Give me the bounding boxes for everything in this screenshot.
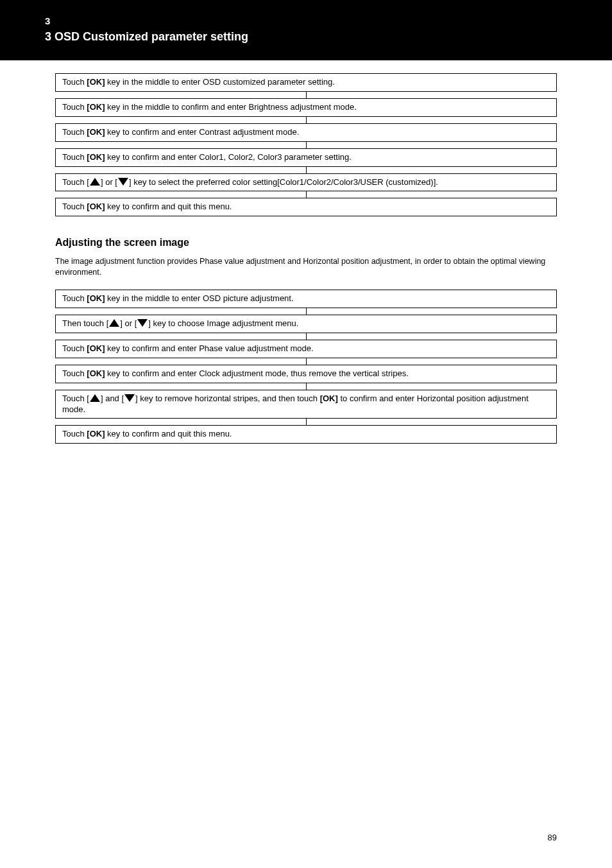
- connector: [306, 167, 307, 173]
- triangle-down-icon: [117, 177, 129, 186]
- connector: [306, 142, 307, 148]
- svg-marker-3: [137, 319, 148, 327]
- connector: [306, 117, 307, 123]
- svg-marker-0: [90, 178, 100, 186]
- svg-marker-2: [109, 319, 119, 327]
- connector: [306, 333, 307, 340]
- page-number: 89: [548, 833, 557, 842]
- section-2-title: Adjusting the screen image: [55, 237, 557, 248]
- svg-marker-5: [124, 394, 135, 402]
- connector: [306, 191, 307, 198]
- flow2-step-5: Touch [] and [] key to remove horizontal…: [55, 390, 557, 419]
- flowchart-1: Touch [OK] key in the middle to enter OS…: [55, 73, 557, 216]
- flow1-step-1: Touch [OK] key in the middle to enter OS…: [55, 73, 557, 92]
- flow1-step-4: Touch [OK] key to confirm and enter Colo…: [55, 148, 557, 167]
- flow2-step-6: Touch [OK] key to confirm and quit this …: [55, 425, 557, 444]
- flow1-step-3: Touch [OK] key to confirm and enter Cont…: [55, 123, 557, 142]
- connector: [306, 358, 307, 365]
- triangle-down-icon: [124, 394, 135, 403]
- connector: [306, 383, 307, 390]
- triangle-up-icon: [89, 177, 101, 186]
- flow2-step-3: Touch [OK] key to confirm and enter Phas…: [55, 340, 557, 358]
- flow2-step-1: Touch [OK] key in the middle to enter OS…: [55, 290, 557, 308]
- connector: [306, 92, 307, 98]
- triangle-up-icon: [89, 394, 101, 403]
- flowchart-2: Touch [OK] key in the middle to enter OS…: [55, 290, 557, 444]
- header-section-title: 3 OSD Customized parameter setting: [45, 30, 567, 44]
- flow2-step-4: Touch [OK] key to confirm and enter Cloc…: [55, 365, 557, 383]
- connector: [306, 419, 307, 425]
- flow2-step-2: Then touch [] or [] key to choose Image …: [55, 315, 557, 333]
- flow1-step-2: Touch [OK] key in the middle to confirm …: [55, 98, 557, 117]
- connector: [306, 308, 307, 315]
- section-2-subtitle: The image adjustment function provides P…: [55, 256, 557, 278]
- svg-marker-1: [118, 178, 128, 186]
- flow1-step-5: Touch [] or [] key to select the preferr…: [55, 173, 557, 192]
- flow1-step-6: Touch [OK] key to confirm and quit this …: [55, 198, 557, 216]
- triangle-down-icon: [137, 318, 148, 327]
- header-section-number: 3: [45, 15, 567, 26]
- svg-marker-4: [90, 394, 100, 402]
- triangle-up-icon: [108, 318, 120, 327]
